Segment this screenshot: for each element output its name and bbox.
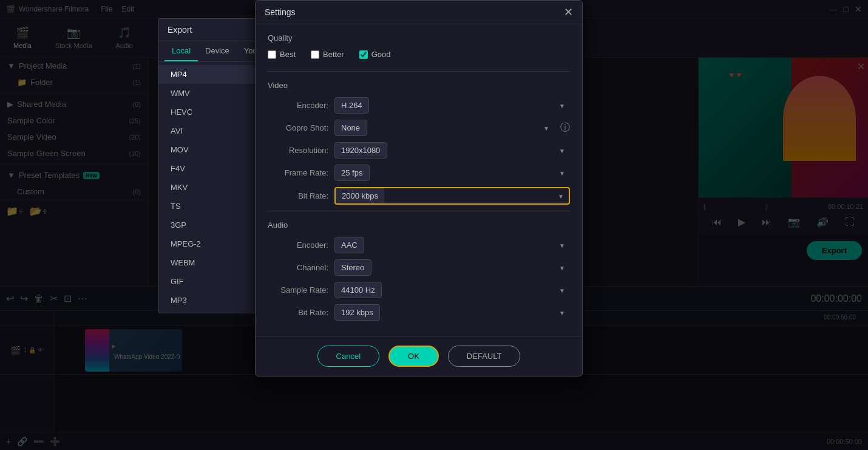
audio-bit-rate-select[interactable]: 192 kbps [334,304,380,321]
resolution-row: Resolution: 1920x1080 [268,142,570,159]
audio-bit-rate-label: Bit Rate: [268,308,328,317]
audio-encoder-label: Encoder: [268,240,328,250]
audio-bit-rate-select-wrapper: 192 kbps [334,304,570,321]
bit-rate-label: Bit Rate: [268,191,328,200]
sample-rate-select-wrapper: 44100 Hz [334,282,570,298]
quality-section-title: Quality [268,33,570,43]
quality-better-checkbox[interactable] [311,50,319,59]
export-tab-device[interactable]: Device [198,41,237,61]
ok-button[interactable]: OK [388,346,439,367]
quality-good-checkbox[interactable] [359,50,368,59]
frame-rate-select[interactable]: 25 fps [334,165,370,181]
dialog-title: Settings [265,7,296,17]
quality-row: Best Better Good [268,50,570,59]
divider-video-audio [268,211,570,211]
sample-rate-row: Sample Rate: 44100 Hz [268,282,570,298]
frame-rate-select-wrapper: 25 fps [334,165,570,181]
quality-better[interactable]: Better [311,50,344,59]
export-tab-local[interactable]: Local [164,41,198,61]
dialog-footer: Cancel OK DEFAULT [256,336,582,376]
settings-dialog: Settings ✕ Quality Best Better Good [255,0,583,377]
dialog-body: Quality Best Better Good Video [256,24,582,336]
frame-rate-row: Frame Rate: 25 fps [268,165,570,181]
gopro-row: Gopro Shot: None ⓘ [268,120,570,136]
bit-rate-row: Bit Rate: 2000 kbps [268,187,570,205]
resolution-select-wrapper: 1920x1080 [334,142,570,159]
gopro-select-wrapper: None [334,120,554,136]
resolution-label: Resolution: [268,146,328,155]
export-panel-title: Export [168,25,192,35]
divider-quality-video [268,71,570,72]
audio-section-title: Audio [268,220,570,230]
encoder-row: Encoder: H.264 [268,97,570,114]
audio-bit-rate-row: Bit Rate: 192 kbps [268,304,570,321]
gopro-select[interactable]: None [334,120,367,136]
quality-good[interactable]: Good [359,50,391,59]
encoder-select-wrapper: H.264 [334,97,570,114]
quality-best-label: Best [280,50,296,59]
overlay: Export Local Device You... MP4 WMV HEVC … [0,0,868,450]
audio-encoder-select[interactable]: AAC [334,237,364,253]
frame-rate-label: Frame Rate: [268,168,328,177]
sample-rate-label: Sample Rate: [268,285,328,295]
cancel-button[interactable]: Cancel [317,346,379,367]
dialog-close-icon[interactable]: ✕ [564,7,573,18]
quality-best[interactable]: Best [268,50,296,59]
audio-encoder-row: Encoder: AAC [268,237,570,253]
bit-rate-select-wrapper: 2000 kbps [334,187,570,205]
sample-rate-select[interactable]: 44100 Hz [334,282,382,298]
gopro-info-icon[interactable]: ⓘ [560,121,570,134]
audio-encoder-select-wrapper: AAC [334,237,570,253]
quality-best-checkbox[interactable] [268,50,276,59]
quality-good-label: Good [371,50,391,59]
dialog-header: Settings ✕ [256,1,582,24]
channel-select[interactable]: Stereo [334,259,371,276]
resolution-select[interactable]: 1920x1080 [334,142,387,159]
encoder-select[interactable]: H.264 [334,97,369,114]
default-button[interactable]: DEFAULT [448,346,521,367]
bit-rate-select[interactable]: 2000 kbps [336,188,384,203]
channel-select-wrapper: Stereo [334,259,570,276]
channel-row: Channel: Stereo [268,259,570,276]
quality-better-label: Better [323,50,344,59]
video-section-title: Video [268,81,570,90]
gopro-label: Gopro Shot: [268,123,328,132]
encoder-label: Encoder: [268,101,328,110]
channel-label: Channel: [268,263,328,272]
